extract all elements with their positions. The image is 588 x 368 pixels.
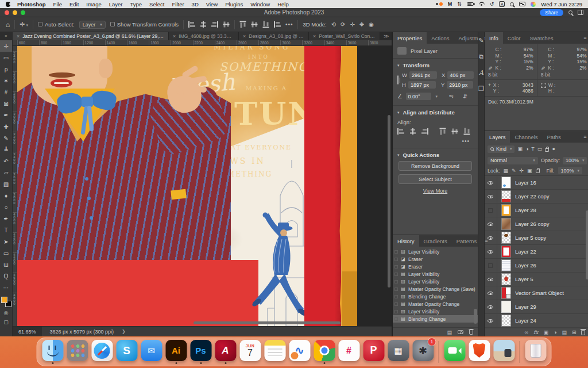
collapse-tools-icon[interactable]: »	[0, 32, 12, 40]
history-state-row[interactable]: Master Opacity Change (Save)	[393, 285, 478, 293]
history-scrollbar[interactable]	[474, 309, 477, 324]
lock-artboard-icon[interactable]: ▣	[527, 168, 532, 174]
menubar-clock[interactable]: Wed 7 Jun 23:29	[541, 1, 582, 7]
layer-thumbnail[interactable]	[501, 273, 511, 285]
panel-tab[interactable]: Channels	[510, 131, 542, 143]
chrome-dock-icon[interactable]	[314, 340, 335, 364]
rotation-field[interactable]: 0.00°	[406, 93, 431, 100]
gradient-tool[interactable]: ▨	[0, 178, 12, 190]
layer-visibility-toggle[interactable]	[485, 176, 497, 189]
adjustment-layer-icon[interactable]: ◑	[554, 329, 556, 335]
layer-name[interactable]: Layer 22 copy	[515, 193, 550, 200]
move-tool[interactable]: ✛	[0, 40, 12, 52]
notes-dock-icon[interactable]	[264, 340, 286, 364]
shape-tool[interactable]: ▭	[0, 247, 12, 259]
layer-filter-dropdown[interactable]: Kind ▾	[488, 145, 515, 153]
settings-dock-icon[interactable]: 1 ✱	[412, 340, 434, 364]
illustrator-dock-icon[interactable]: Ai	[165, 340, 187, 364]
history-state-row[interactable]: Blending Change	[393, 315, 478, 323]
lock-pixels-icon[interactable]: ✎	[512, 168, 516, 174]
layer-visibility-toggle[interactable]	[485, 190, 497, 203]
path-selection-tool[interactable]: ➤	[0, 236, 12, 247]
select-subject-button[interactable]: Select Subject	[399, 174, 472, 184]
layer-visibility-toggle[interactable]	[485, 300, 497, 313]
more-tools[interactable]: ⋯	[0, 282, 12, 293]
zoom-tool[interactable]: Q	[0, 270, 12, 282]
history-state-row[interactable]: Master Opacity Change	[393, 300, 478, 308]
document-viewport[interactable]: MILIAR SONG INTO SOMETHING Fresh MAKING …	[17, 46, 392, 326]
lasso-tool[interactable]: ρ	[0, 63, 12, 75]
menu-item[interactable]: Window	[250, 1, 270, 7]
layer-visibility-toggle[interactable]	[485, 217, 497, 231]
screen-mode-icon[interactable]: ▢	[0, 317, 12, 327]
layer-name[interactable]: Vector Smart Object	[515, 290, 564, 296]
panel-tab[interactable]: Info	[485, 32, 503, 44]
height-field[interactable]: 1897 px	[408, 81, 436, 89]
history-source-checkbox[interactable]	[394, 265, 398, 269]
ruler-corner[interactable]	[13, 40, 17, 46]
y-field[interactable]: 2910 px	[447, 81, 473, 89]
layer-name[interactable]: Layer 5 copy	[515, 235, 546, 241]
marquee-tool[interactable]: ▭	[0, 52, 12, 63]
history-source-checkbox[interactable]	[394, 302, 398, 306]
3d-icon[interactable]: ❒	[478, 85, 484, 93]
apple-menu-icon[interactable]	[6, 2, 10, 7]
panel-menu-icon[interactable]: ≡	[580, 32, 588, 44]
panel-tab[interactable]: Layers	[485, 131, 510, 143]
layer-thumbnail[interactable]	[501, 246, 511, 258]
layer-name[interactable]: Layer 22	[515, 248, 536, 255]
menu-item[interactable]: Layer	[109, 1, 123, 7]
layer-row[interactable]: Layer 29	[485, 300, 588, 314]
trash-dock-icon[interactable]	[525, 340, 547, 364]
vertical-scrollbar[interactable]	[388, 115, 390, 288]
close-window-button[interactable]	[5, 10, 9, 15]
collapse-section-icon[interactable]: ▾	[397, 110, 400, 115]
layer-mask-icon[interactable]: ▣	[543, 329, 548, 335]
layer-row[interactable]: Layer 28	[485, 204, 588, 217]
color-swatches[interactable]	[1, 297, 11, 307]
layer-name[interactable]: Layer 26 copy	[515, 221, 550, 227]
align-center-h-icon[interactable]	[409, 128, 416, 135]
layer-row[interactable]: Layer 26 copy	[485, 217, 588, 231]
history-source-checkbox[interactable]	[394, 288, 398, 291]
layer-thumbnail[interactable]	[501, 204, 511, 216]
show-transform-checkbox[interactable]: Show Transform Controls	[110, 21, 179, 28]
document-tab[interactable]: × Designs_A3_08.jpg @ 25% (...	[239, 32, 309, 40]
lock-all-icon[interactable]	[536, 170, 540, 173]
x-field[interactable]: 406 px	[447, 71, 474, 79]
healing-brush-tool[interactable]: ✚	[0, 121, 12, 132]
brush-settings-icon[interactable]: ✎	[478, 37, 483, 44]
close-icon[interactable]: ×	[313, 33, 316, 39]
roll-icon[interactable]: ⟳	[341, 21, 345, 28]
new-group-icon[interactable]: ▤	[562, 329, 567, 335]
history-source-checkbox[interactable]	[394, 317, 398, 321]
distribute-left-icon[interactable]	[274, 21, 281, 28]
more-align-icon[interactable]: •••	[462, 138, 470, 144]
history-state-row[interactable]: Blending Change	[393, 293, 478, 300]
layer-visibility-toggle[interactable]	[485, 245, 497, 258]
panel-tab[interactable]: Color	[503, 32, 525, 44]
photoshop-dock-icon[interactable]: Ps	[190, 340, 212, 364]
filter-adjustment-layers-icon[interactable]: ◑	[525, 146, 528, 152]
layer-row[interactable]: Layer 24	[485, 314, 588, 328]
input-source-icon[interactable]: A	[499, 1, 505, 7]
align-top-icon[interactable]	[440, 128, 446, 135]
object-selection-tool[interactable]: ✶	[0, 75, 12, 86]
brush-tool[interactable]: ✎	[0, 132, 12, 144]
panel-tab[interactable]: Gradients	[419, 235, 452, 247]
layer-name[interactable]: Layer 28	[515, 207, 536, 213]
blur-tool[interactable]: ♦	[0, 190, 12, 201]
photo-file-dock-icon[interactable]	[493, 340, 515, 364]
layer-row[interactable]: Layer 16	[485, 176, 588, 190]
layer-name[interactable]: Layer 29	[515, 304, 536, 310]
filter-pixel-layers-icon[interactable]: ▣	[517, 146, 523, 152]
history-state-row[interactable]: Layer Visibility	[393, 270, 478, 278]
spotlight-icon[interactable]	[510, 2, 514, 6]
align-right-icon[interactable]	[421, 128, 428, 135]
layer-visibility-toggle[interactable]	[485, 259, 497, 272]
history-source-checkbox[interactable]	[394, 295, 398, 298]
zoom-level-field[interactable]: 61.65%	[13, 327, 42, 336]
history-state-row[interactable]: Eraser	[393, 263, 478, 270]
document-dimensions[interactable]: 3626 px x 5079 px (300 ppi)	[42, 329, 122, 335]
dolly-icon[interactable]: ◉	[369, 21, 374, 28]
